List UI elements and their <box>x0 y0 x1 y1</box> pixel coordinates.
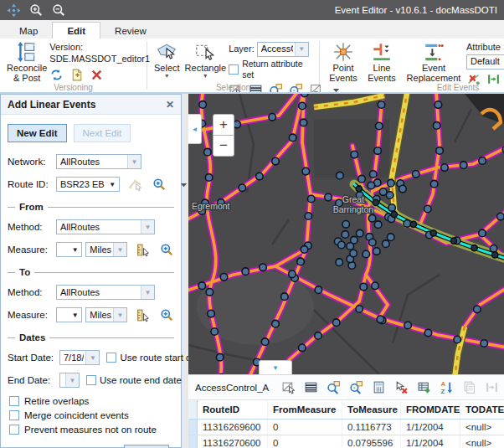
map-marker[interactable] <box>299 102 306 110</box>
map-marker[interactable] <box>377 316 384 323</box>
end-date-input[interactable]: ▼ <box>59 373 80 388</box>
new-edit-button[interactable]: New Edit <box>8 124 67 142</box>
map-marker[interactable] <box>474 306 481 313</box>
column-header-routeid[interactable]: RouteID <box>198 400 268 419</box>
map-marker[interactable] <box>198 282 206 290</box>
map-marker[interactable] <box>281 293 289 301</box>
map-marker[interactable] <box>460 162 467 169</box>
line-events-button[interactable]: Line Events <box>363 41 401 83</box>
map-marker[interactable] <box>272 320 280 327</box>
close-icon[interactable]: ✕ <box>166 99 174 111</box>
map-marker[interactable] <box>374 147 382 155</box>
map-marker[interactable] <box>301 246 308 254</box>
map-marker[interactable] <box>208 310 215 317</box>
map-marker[interactable] <box>479 229 486 237</box>
map-marker[interactable] <box>234 121 241 128</box>
zoom-plus-icon[interactable] <box>152 178 167 192</box>
to-measure-input[interactable]: ▼ <box>56 307 82 322</box>
pan-selected-icon[interactable] <box>349 380 363 394</box>
map-marker[interactable] <box>336 259 343 266</box>
zoom-plus-icon[interactable] <box>160 243 174 257</box>
map-marker[interactable] <box>350 250 357 257</box>
to-unit-select[interactable]: Miles ▼ <box>85 307 127 322</box>
map-marker[interactable] <box>337 172 344 179</box>
refresh-version-icon[interactable] <box>49 68 64 82</box>
map-marker[interactable] <box>351 151 358 158</box>
map-marker[interactable] <box>289 270 296 278</box>
map-marker[interactable] <box>300 119 307 126</box>
map-marker[interactable] <box>342 231 349 239</box>
map-canvas[interactable]: EgremontGreatBarrington <box>188 94 504 374</box>
delete-x-icon[interactable] <box>90 68 104 82</box>
map-marker[interactable] <box>378 101 385 109</box>
tab-review[interactable]: Review <box>100 23 161 39</box>
map-marker[interactable] <box>479 157 486 165</box>
map-marker[interactable] <box>436 147 444 155</box>
map-marker[interactable] <box>199 101 207 109</box>
map-marker[interactable] <box>424 205 432 213</box>
map-marker[interactable] <box>242 268 249 275</box>
map-marker[interactable] <box>387 234 394 241</box>
map-marker[interactable] <box>256 173 264 180</box>
from-method-select[interactable]: AllRoutes ▼ <box>56 219 155 234</box>
map-marker[interactable] <box>358 175 366 183</box>
point-events-button[interactable]: Point Events <box>324 41 363 83</box>
map-marker[interactable] <box>430 180 438 188</box>
map-marker[interactable] <box>356 306 363 313</box>
zoom-in-icon[interactable] <box>29 3 44 18</box>
map-marker[interactable] <box>376 122 383 130</box>
map-marker[interactable] <box>261 338 269 346</box>
attribute-set-select[interactable]: Default <box>466 54 504 70</box>
row-selector-header[interactable] <box>188 400 198 419</box>
column-header-tomeasure[interactable]: ToMeasure <box>342 400 401 419</box>
clear-selection-icon[interactable] <box>394 380 409 394</box>
map-marker[interactable] <box>307 195 315 203</box>
prevent-measures-checkbox[interactable] <box>9 425 19 435</box>
map-marker[interactable] <box>297 258 305 265</box>
map-marker[interactable] <box>433 122 440 130</box>
layer-select[interactable]: AccessControl_A ▼ <box>257 42 309 57</box>
map-marker[interactable] <box>369 239 377 246</box>
map-marker[interactable] <box>363 250 370 258</box>
row-selector[interactable] <box>188 420 198 435</box>
map-marker[interactable] <box>441 164 449 172</box>
map-marker[interactable] <box>338 241 346 249</box>
map-marker[interactable] <box>216 353 224 361</box>
map-marker[interactable] <box>205 174 213 182</box>
map-marker[interactable] <box>410 221 416 227</box>
map-marker[interactable] <box>220 274 228 281</box>
sort-az-icon[interactable]: AZ <box>440 380 454 394</box>
map-marker[interactable] <box>404 322 412 329</box>
page-copy-icon[interactable] <box>462 380 476 394</box>
map-marker[interactable] <box>435 101 442 109</box>
map-marker[interactable] <box>368 214 376 222</box>
map-marker[interactable] <box>373 199 378 205</box>
map-marker[interactable] <box>206 289 213 296</box>
ruler-pick-icon[interactable] <box>136 308 150 322</box>
map-marker[interactable] <box>301 94 308 97</box>
map-marker[interactable] <box>430 230 436 236</box>
map-marker[interactable] <box>481 340 488 348</box>
map-marker[interactable] <box>404 220 411 228</box>
next-button[interactable]: Next > <box>124 445 169 448</box>
map-marker[interactable] <box>325 193 332 201</box>
calculator-icon[interactable] <box>372 380 386 394</box>
merge-arrows-icon[interactable] <box>485 380 499 394</box>
map-marker[interactable] <box>370 171 378 178</box>
map-marker[interactable] <box>492 252 498 258</box>
map-marker[interactable] <box>372 282 379 290</box>
route-pick-icon[interactable] <box>128 178 142 192</box>
route-id-select[interactable]: BSR23 EB ▼ <box>56 177 120 192</box>
event-replacement-button[interactable]: Event Replacement <box>401 41 466 83</box>
map-marker[interactable] <box>356 186 362 192</box>
attribute-rows-icon[interactable] <box>304 380 318 394</box>
map-marker[interactable] <box>239 184 246 192</box>
merge-coincident-events-checkbox[interactable] <box>9 410 19 420</box>
reconcile-post-button[interactable]: Reconcile & Post <box>4 41 49 83</box>
new-version-icon[interactable] <box>69 68 84 82</box>
map-marker[interactable] <box>424 329 432 337</box>
map-marker[interactable] <box>347 243 354 250</box>
map-marker[interactable] <box>386 192 393 199</box>
map-marker[interactable] <box>471 245 477 251</box>
select-button[interactable]: Select ▾ <box>152 41 183 80</box>
